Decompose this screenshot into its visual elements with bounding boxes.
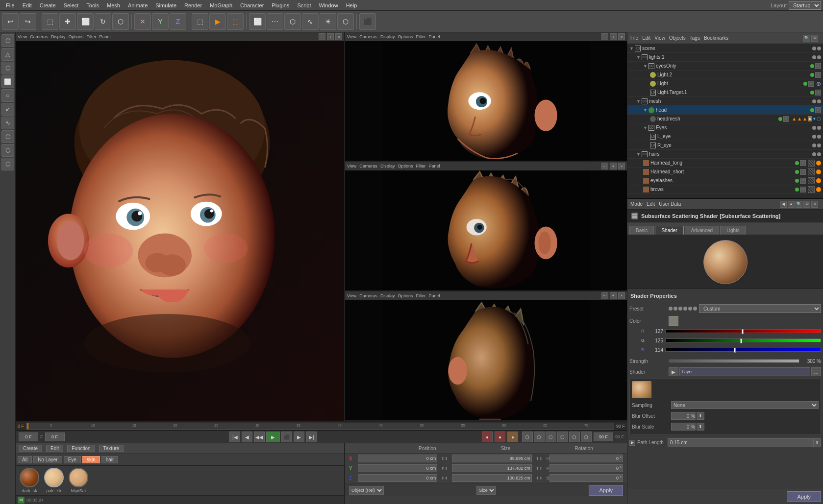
b-slider[interactable]: [665, 348, 821, 352]
tag-nolayer[interactable]: No Layer: [33, 456, 62, 463]
left-icon-9[interactable]: ⬡: [1, 144, 14, 157]
pb-btn4[interactable]: ⬡: [557, 432, 568, 442]
y-rot-input[interactable]: [549, 464, 623, 472]
x-size-input[interactable]: 85.695 cm: [452, 455, 531, 462]
obj-brows[interactable]: brows ✓: [627, 185, 823, 194]
hairs-dot1[interactable]: [812, 152, 816, 156]
hm-tag6[interactable]: ⬡: [817, 116, 821, 121]
hm-check[interactable]: ✓: [783, 116, 789, 122]
se-userdata[interactable]: User Data: [659, 201, 681, 207]
y-sym-btn[interactable]: Y: [152, 13, 169, 30]
vp-filter[interactable]: Filter: [86, 34, 96, 39]
menu-render[interactable]: Render: [180, 1, 206, 9]
y-pos-input[interactable]: 0 cm: [358, 464, 437, 472]
sv3-dots[interactable]: ⋯: [601, 292, 608, 299]
mat-function[interactable]: Function: [67, 445, 95, 452]
hm-tag3[interactable]: ▲: [802, 116, 807, 121]
menu-create[interactable]: Create: [36, 1, 60, 9]
vp-expand-btn[interactable]: +: [327, 33, 334, 40]
sv1-expand[interactable]: +: [610, 33, 617, 40]
el-check[interactable]: ✓: [800, 178, 806, 184]
obj-hair-short[interactable]: Hairhead_short ✓: [627, 168, 823, 176]
vp-panel[interactable]: Panel: [99, 34, 110, 39]
pb-btn1[interactable]: ⬡: [522, 432, 533, 442]
menu-script[interactable]: Script: [293, 1, 315, 9]
y-pos-arrows[interactable]: ⬆⬇: [441, 466, 448, 471]
eyesonly-check[interactable]: ✓: [815, 63, 821, 69]
transform-btn[interactable]: ⬡: [112, 13, 129, 30]
vp-cameras[interactable]: Cameras: [30, 34, 48, 39]
mesh-dot1[interactable]: [812, 99, 816, 103]
obj-scene[interactable]: ▼ L0 scene: [627, 44, 823, 53]
om-tags[interactable]: Tags: [690, 35, 700, 41]
r-slider[interactable]: [665, 329, 821, 333]
g-slider[interactable]: [665, 338, 821, 342]
floor-btn[interactable]: ⬛: [359, 13, 376, 30]
left-icon-5[interactable]: ○: [1, 89, 14, 102]
shader-layer-btn[interactable]: Layer: [679, 367, 810, 376]
sv2-filter[interactable]: Filter: [416, 164, 425, 168]
z-size-arrows[interactable]: ⬆⬇: [536, 476, 543, 480]
g-handle[interactable]: [740, 338, 742, 343]
current-frame-input[interactable]: [19, 432, 38, 441]
sv2-panel[interactable]: Panel: [428, 164, 440, 168]
leye-dot2[interactable]: [817, 135, 821, 139]
play-fwd-btn[interactable]: ▶: [266, 432, 280, 442]
blur-scale-input[interactable]: 0 %: [671, 423, 696, 431]
side-viewport-bot[interactable]: View Cameras Display Options Filter Pane…: [345, 291, 627, 421]
path-expand-icon[interactable]: ▶: [629, 440, 635, 446]
swatch-pale-sk[interactable]: pale_sk: [44, 468, 64, 493]
lights1-dot2[interactable]: [817, 55, 821, 59]
left-icon-3[interactable]: ⬡: [1, 62, 14, 74]
redo-btn[interactable]: ↪: [20, 13, 36, 30]
sv1-dots[interactable]: ⋯: [601, 33, 608, 40]
pb-btn2[interactable]: ⬡: [534, 432, 545, 442]
render-preview-btn[interactable]: ⬚: [192, 13, 208, 30]
obj-eyesonly[interactable]: ▼ L0 eyesOnly ✓: [627, 62, 823, 71]
sv2-expand[interactable]: +: [610, 163, 617, 169]
main-viewport[interactable]: View Cameras Display Options Filter Pane…: [16, 32, 345, 421]
se-left-icon[interactable]: ◀: [780, 201, 787, 208]
head-check[interactable]: ✓: [815, 107, 821, 113]
sv1-options[interactable]: Options: [398, 34, 413, 39]
sv2-display[interactable]: Display: [380, 164, 395, 168]
obj-hairs[interactable]: ▼ L0 hairs: [627, 150, 823, 159]
hm-tag2[interactable]: ▲: [797, 116, 802, 121]
tab-advanced[interactable]: Advanced: [685, 226, 719, 235]
sv3-display[interactable]: Display: [380, 293, 395, 298]
om-objects[interactable]: Objects: [669, 35, 686, 41]
blur-scale-arrow[interactable]: ⬆: [697, 423, 704, 431]
left-icon-2[interactable]: △: [1, 48, 14, 61]
coord-system-select[interactable]: Object (Rel): [349, 486, 384, 495]
br-texture-icon[interactable]: [808, 186, 815, 193]
menu-mograph[interactable]: MoGraph: [206, 1, 236, 9]
select-tool-btn[interactable]: ⬚: [42, 13, 58, 30]
x-size-arrows[interactable]: ⬆⬇: [536, 456, 543, 461]
menu-mesh[interactable]: Mesh: [103, 1, 124, 9]
layout-dropdown[interactable]: Startup: [789, 1, 821, 10]
z-sym-btn[interactable]: Z: [170, 13, 186, 30]
apply-shader-btn[interactable]: Apply: [787, 491, 821, 502]
obj-light-target[interactable]: L0 Light.Target.1 ✓: [627, 88, 823, 97]
sv3-panel[interactable]: Panel: [428, 293, 440, 298]
lighttarget-check[interactable]: ✓: [815, 90, 821, 96]
scene-dot1[interactable]: [812, 47, 816, 50]
left-icon-6[interactable]: ↙: [1, 103, 14, 116]
sv3-expand[interactable]: +: [610, 292, 617, 299]
sv1-panel[interactable]: Panel: [428, 34, 440, 39]
x-sym-btn[interactable]: ✕: [134, 13, 151, 30]
path-length-input[interactable]: 0.15 cm: [668, 438, 813, 447]
hl-texture-icon[interactable]: [808, 160, 815, 167]
color-swatch-preview[interactable]: [669, 316, 678, 326]
tab-lights[interactable]: Lights: [720, 226, 746, 235]
hm-tag5[interactable]: ✦: [812, 116, 816, 121]
reye-dot1[interactable]: [812, 144, 816, 147]
reye-dot2[interactable]: [817, 144, 821, 147]
go-start-btn[interactable]: |◀: [229, 432, 240, 442]
obj-eyes[interactable]: ▼ L0 Eyes: [627, 123, 823, 132]
undo-btn[interactable]: ↩: [2, 13, 19, 30]
rotate-tool-btn[interactable]: ↻: [95, 13, 111, 30]
move-tool-btn[interactable]: ✚: [59, 13, 76, 30]
x-pos-arrows[interactable]: ⬆⬇: [441, 456, 448, 461]
sampling-select[interactable]: None: [671, 401, 819, 409]
